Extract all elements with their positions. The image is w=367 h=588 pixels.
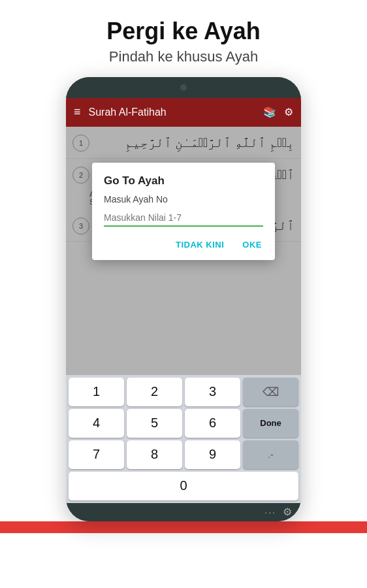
key-9[interactable]: 9	[185, 440, 240, 469]
key-7[interactable]: 7	[69, 440, 124, 469]
main-title: Pergi ke Ayah	[0, 18, 367, 44]
key-1[interactable]: 1	[69, 378, 124, 406]
key-4[interactable]: 4	[69, 409, 124, 438]
bottom-gear-icon[interactable]: ⚙	[283, 506, 292, 518]
dialog-overlay: Go To Ayah Masuk Ayah No TIDAK KINI OKE	[66, 127, 301, 375]
book-icon[interactable]: 📚	[263, 106, 276, 118]
phone-screen: ≡ Surah Al-Fatihah 📚 ⚙ 1 بِسۡمِ ٱللَّهِ …	[66, 98, 301, 503]
settings-icon[interactable]: ⚙	[284, 106, 293, 118]
key-8[interactable]: 8	[127, 440, 182, 469]
hamburger-icon[interactable]: ≡	[74, 105, 81, 119]
keyboard-row-4: 0	[66, 469, 301, 503]
dialog-actions: TIDAK KINI OKE	[92, 229, 275, 260]
phone-frame: ≡ Surah Al-Fatihah 📚 ⚙ 1 بِسۡمِ ٱللَّهِ …	[66, 77, 301, 521]
quran-content: 1 بِسۡمِ ٱللَّهِ ٱلرَّحۡمَـٰنِ ٱلرَّحِيم…	[66, 127, 301, 375]
red-bar	[0, 521, 367, 533]
phone-camera	[180, 84, 187, 91]
dialog-input[interactable]	[104, 210, 263, 227]
key-0[interactable]: 0	[69, 472, 298, 500]
app-toolbar: ≡ Surah Al-Fatihah 📚 ⚙	[66, 98, 301, 127]
keyboard-row-1: 1 2 3 ⌫	[66, 375, 301, 406]
key-backspace[interactable]: ⌫	[243, 378, 298, 406]
key-special[interactable]: .-	[243, 440, 298, 469]
key-6[interactable]: 6	[185, 409, 240, 438]
dialog-box: Go To Ayah Masuk Ayah No TIDAK KINI OKE	[92, 163, 275, 260]
phone-top-bar	[66, 77, 301, 98]
key-done[interactable]: Done	[243, 409, 298, 438]
phone-bottom-bar: ··· ⚙	[66, 503, 301, 521]
dialog-ok-button[interactable]: OKE	[238, 237, 266, 252]
dialog-title: Go To Ayah	[92, 163, 275, 194]
keyboard-area: 1 2 3 ⌫ 4 5 6 Done 7 8 9 .- 0	[66, 375, 301, 503]
key-3[interactable]: 3	[185, 378, 240, 406]
bottom-dots: ···	[264, 507, 276, 517]
dialog-label: Masuk Ayah No	[92, 194, 275, 210]
sub-title: Pindah ke khusus Ayah	[0, 48, 367, 65]
top-section: Pergi ke Ayah Pindah ke khusus Ayah	[0, 0, 367, 77]
toolbar-title: Surah Al-Fatihah	[89, 106, 255, 118]
keyboard-row-2: 4 5 6 Done	[66, 406, 301, 438]
key-5[interactable]: 5	[127, 409, 182, 438]
dialog-cancel-button[interactable]: TIDAK KINI	[172, 237, 228, 252]
keyboard-row-3: 7 8 9 .-	[66, 438, 301, 469]
key-2[interactable]: 2	[127, 378, 182, 406]
